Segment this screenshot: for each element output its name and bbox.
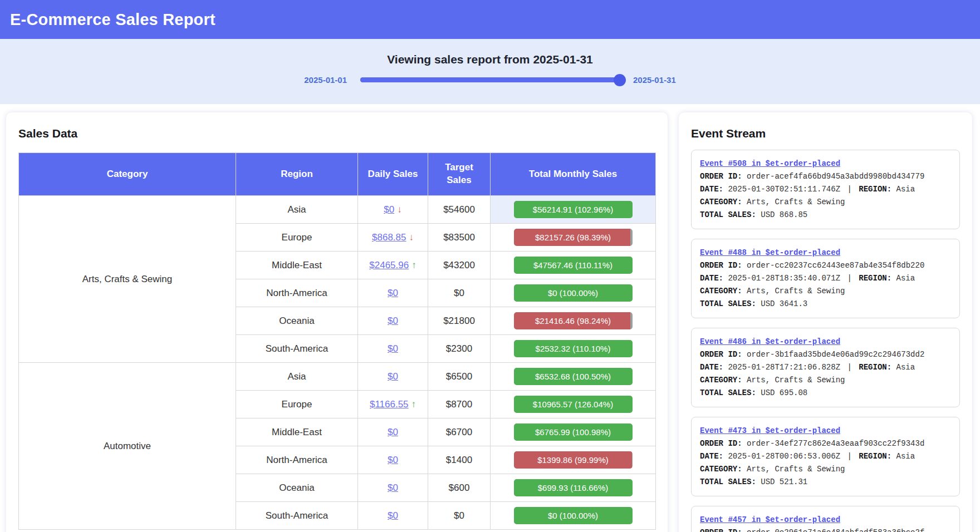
- target-sales-cell: $2300: [428, 335, 491, 363]
- monthly-sales-progress-bar: $6765.99 (100.98%): [514, 423, 633, 441]
- region-value: Asia: [896, 274, 915, 283]
- region-cell: Middle-East: [236, 418, 358, 446]
- target-sales-cell: $54600: [428, 196, 491, 224]
- order-id-value: order-0e2961e71a6e484abfadf583a36bce2f: [747, 528, 924, 532]
- date-value: 2025-01-28T00:06:53.006Z: [728, 452, 840, 461]
- region-value: Asia: [896, 452, 915, 461]
- sales-heading: Sales Data: [18, 127, 655, 140]
- event-stream-panel: Event Stream Event #508 in $et-order-pla…: [679, 112, 972, 532]
- daily-sales-link[interactable]: $0: [388, 371, 398, 382]
- monthly-sales-value: $47567.46 (110.11%): [514, 257, 633, 274]
- daily-sales-link[interactable]: $868.85: [372, 232, 406, 243]
- total-monthly-sales-cell: $2532.32 (110.10%): [491, 335, 656, 363]
- daily-sales-link[interactable]: $2465.96: [369, 260, 409, 270]
- event-title-line: Event #457 in $et-order-placed: [700, 514, 951, 526]
- daily-sales-link[interactable]: $0: [384, 204, 394, 215]
- total-sales-label: TOTAL SALES:: [700, 210, 756, 219]
- monthly-sales-progress-bar: $1399.86 (99.99%): [514, 451, 633, 469]
- event-link[interactable]: Event #488 in $et-order-placed: [700, 248, 840, 257]
- date-value: 2025-01-28T18:35:40.071Z: [728, 274, 840, 283]
- table-row: AutomotiveAsia$0$6500$6532.68 (100.50%): [19, 363, 656, 391]
- monthly-sales-progress-bar: $10965.57 (126.04%): [514, 396, 633, 413]
- region-label: REGION:: [859, 363, 891, 372]
- date-slider-track[interactable]: [360, 77, 620, 82]
- event-total-sales-line: TOTAL SALES: USD 3641.3: [700, 298, 951, 310]
- region-cell: Oceania: [236, 474, 358, 502]
- total-sales-value: USD 695.08: [761, 388, 807, 397]
- daily-sales-link[interactable]: $0: [388, 427, 398, 437]
- daily-sales-cell: $868.85↓: [358, 224, 428, 252]
- daily-sales-cell: $0: [358, 474, 428, 502]
- event-date-region-line: DATE: 2025-01-28T00:06:53.006Z | REGION:…: [700, 451, 951, 462]
- total-sales-label: TOTAL SALES:: [700, 477, 756, 486]
- order-id-value: order-34ef277c862e4a3eaaf903cc22f9343d: [747, 439, 924, 448]
- daily-sales-link[interactable]: $1166.55: [370, 399, 409, 410]
- region-cell: South-America: [236, 502, 358, 530]
- category-label: CATEGORY:: [700, 198, 742, 206]
- column-header-target-sales: Target Sales: [428, 153, 491, 196]
- event-date-region-line: DATE: 2025-01-28T17:21:06.828Z | REGION:…: [700, 362, 951, 373]
- event-link[interactable]: Event #473 in $et-order-placed: [700, 426, 840, 435]
- event-stream-heading: Event Stream: [691, 127, 960, 140]
- region-cell: Middle-East: [236, 252, 358, 279]
- daily-sales-link[interactable]: $0: [388, 455, 398, 465]
- target-sales-cell: $0: [428, 502, 491, 530]
- daily-sales-link[interactable]: $0: [388, 343, 398, 354]
- separator: |: [840, 452, 859, 461]
- daily-sales-link[interactable]: $0: [388, 510, 398, 521]
- column-header-daily-sales: Daily Sales: [358, 153, 428, 196]
- total-sales-label: TOTAL SALES:: [700, 299, 756, 308]
- trend-down-icon: ↓: [397, 204, 402, 215]
- monthly-sales-value: $6765.99 (100.98%): [514, 423, 633, 441]
- event-total-sales-line: TOTAL SALES: USD 695.08: [700, 387, 951, 399]
- event-card: Event #457 in $et-order-placedORDER ID: …: [691, 506, 960, 532]
- total-monthly-sales-cell: $82157.26 (98.39%): [491, 224, 656, 252]
- filter-title: Viewing sales report from 2025-01-31: [0, 39, 980, 66]
- order-id-value: order-3b1faad35bde4e06ad99c2c294673dd2: [747, 350, 924, 359]
- target-sales-cell: $43200: [428, 252, 491, 279]
- event-link[interactable]: Event #486 in $et-order-placed: [700, 337, 840, 346]
- daily-sales-link[interactable]: $0: [388, 288, 398, 298]
- category-value: Arts, Crafts & Sewing: [747, 198, 845, 206]
- order-id-label: ORDER ID:: [700, 172, 742, 181]
- region-cell: North-America: [236, 279, 358, 307]
- target-sales-cell: $8700: [428, 391, 491, 418]
- order-id-label: ORDER ID:: [700, 350, 742, 359]
- monthly-sales-progress-bar: $0 (100.00%): [514, 284, 633, 302]
- total-monthly-sales-cell: $0 (100.00%): [491, 279, 656, 307]
- target-sales-cell: $6700: [428, 418, 491, 446]
- trend-down-icon: ↓: [409, 232, 414, 243]
- category-cell: Arts, Crafts & Sewing: [19, 196, 236, 363]
- total-monthly-sales-cell: $0 (100.00%): [491, 502, 656, 530]
- event-order-id-line: ORDER ID: order-3b1faad35bde4e06ad99c2c2…: [700, 349, 951, 361]
- event-card: Event #508 in $et-order-placedORDER ID: …: [691, 150, 960, 229]
- order-id-label: ORDER ID:: [700, 528, 742, 532]
- monthly-sales-progress-bar: $47567.46 (110.11%): [514, 257, 633, 274]
- daily-sales-link[interactable]: $0: [388, 316, 398, 326]
- target-sales-cell: $6500: [428, 363, 491, 391]
- monthly-sales-progress-bar: $56214.91 (102.96%): [514, 201, 633, 218]
- date-label: DATE:: [700, 274, 723, 283]
- separator: |: [840, 274, 859, 283]
- daily-sales-cell: $2465.96↑: [358, 252, 428, 279]
- target-sales-cell: $83500: [428, 224, 491, 252]
- event-list: Event #508 in $et-order-placedORDER ID: …: [691, 150, 960, 532]
- event-link[interactable]: Event #457 in $et-order-placed: [700, 515, 840, 524]
- event-title-line: Event #473 in $et-order-placed: [700, 425, 951, 437]
- date-slider-thumb[interactable]: [614, 74, 626, 86]
- event-category-line: CATEGORY: Arts, Crafts & Sewing: [700, 196, 951, 208]
- date-slider-row: 2025-01-01 2025-01-31: [0, 75, 980, 85]
- event-link[interactable]: Event #508 in $et-order-placed: [700, 159, 840, 168]
- event-card: Event #488 in $et-order-placedORDER ID: …: [691, 239, 960, 318]
- monthly-sales-value: $1399.86 (99.99%): [514, 451, 633, 469]
- column-header-region: Region: [236, 153, 358, 196]
- daily-sales-link[interactable]: $0: [388, 482, 398, 493]
- monthly-sales-progress-bar: $21416.46 (98.24%): [514, 312, 633, 329]
- daily-sales-cell: $0: [358, 279, 428, 307]
- total-sales-value: USD 521.31: [761, 477, 807, 486]
- total-monthly-sales-cell: $699.93 (116.66%): [491, 474, 656, 502]
- total-monthly-sales-cell: $21416.46 (98.24%): [491, 307, 656, 335]
- target-sales-cell: $21800: [428, 307, 491, 335]
- total-monthly-sales-cell: $10965.57 (126.04%): [491, 391, 656, 418]
- event-order-id-line: ORDER ID: order-cc20237cc62443ee87ab4e35…: [700, 260, 951, 272]
